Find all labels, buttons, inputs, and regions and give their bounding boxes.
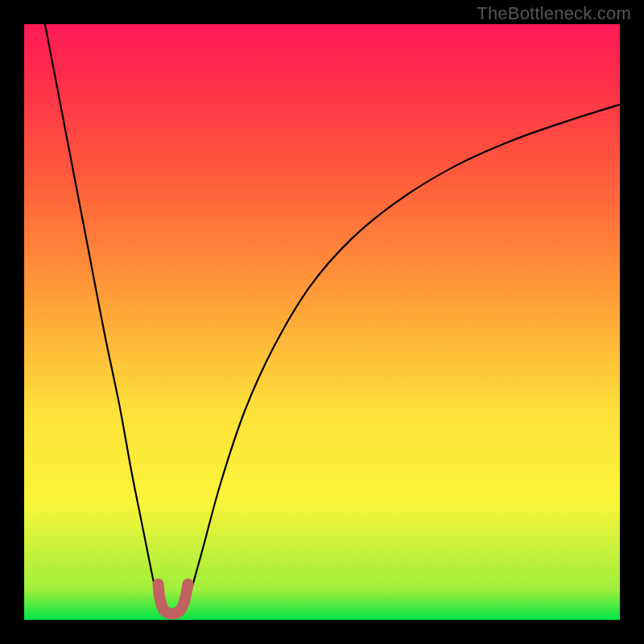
outer-frame: TheBottleneck.com (0, 0, 644, 644)
gradient-background (24, 24, 620, 620)
chart-plot-area (24, 24, 620, 620)
watermark-text: TheBottleneck.com (477, 3, 631, 24)
chart-svg (24, 24, 620, 620)
